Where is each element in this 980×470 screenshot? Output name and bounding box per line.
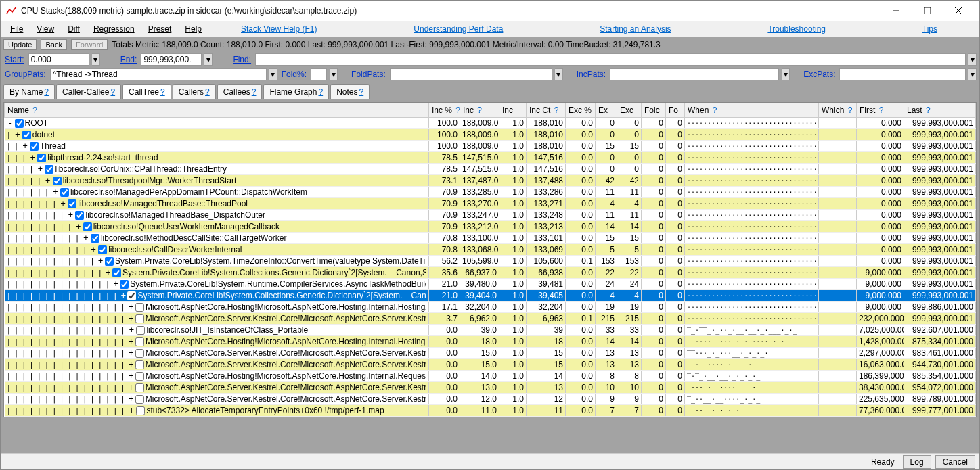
tree-expander[interactable]: +	[29, 153, 36, 162]
start-dropdown[interactable]: ▾	[92, 53, 100, 66]
excpats-input[interactable]	[839, 68, 966, 80]
tree-row[interactable]: | | +Thread100.0188,009.01.0188,0100.015…	[5, 141, 976, 152]
col-ex[interactable]: Ex	[596, 103, 617, 118]
find-dropdown[interactable]: ▾	[968, 53, 977, 66]
col-first[interactable]: First ?	[857, 103, 904, 118]
tree-checkbox[interactable]	[75, 211, 84, 220]
tree-expander[interactable]: +	[128, 360, 133, 369]
tab-notes[interactable]: Notes?	[330, 84, 370, 99]
grouppats-dropdown[interactable]: ▾	[269, 68, 277, 80]
col-inc2[interactable]: Inc	[499, 103, 527, 118]
tab-callers[interactable]: Callers?	[173, 84, 216, 99]
start-input[interactable]	[28, 53, 89, 66]
find-input[interactable]	[255, 53, 966, 66]
tree-row[interactable]: | +dotnet100.0188,009.01.0188,0100.00000…	[5, 129, 976, 141]
tree-expander[interactable]: +	[128, 371, 133, 381]
tree-expander[interactable]: +	[45, 176, 51, 185]
tree-checkbox[interactable]	[22, 131, 31, 139]
tree-expander[interactable]: +	[37, 164, 43, 174]
tree-checkbox[interactable]	[135, 337, 144, 346]
tree-checkbox[interactable]	[135, 395, 144, 404]
tree-checkbox[interactable]	[83, 222, 92, 231]
tree-expander[interactable]: +	[67, 210, 74, 220]
end-dropdown[interactable]: ▾	[204, 53, 213, 66]
tree-expander[interactable]: +	[128, 325, 135, 335]
tree-expander[interactable]: +	[97, 256, 104, 266]
tree-expander[interactable]: +	[75, 222, 82, 231]
tree-row[interactable]: | | | | | | | | | | | | | | | | +Microso…	[5, 371, 976, 382]
tree-checkbox[interactable]	[53, 177, 62, 185]
tree-row[interactable]: | | | | | | | | | | | | | | | | +libcore…	[5, 325, 976, 336]
tree-checkbox[interactable]	[68, 199, 76, 208]
tab-flame-graph[interactable]: Flame Graph?	[263, 84, 329, 99]
tree-expander[interactable]: +	[60, 199, 66, 208]
tree-row[interactable]: | | | | | | | | +libcoreclr.so!ManagedTh…	[5, 210, 976, 221]
col-inc-ct[interactable]: Inc Ct ?	[527, 103, 566, 118]
tree-checkbox[interactable]	[60, 188, 69, 197]
tree-checkbox[interactable]	[120, 280, 129, 289]
col-when[interactable]: When ?	[685, 103, 819, 118]
calltree-grid[interactable]: Name ? Inc % ? Inc ? Inc Inc Ct ? Exc % …	[3, 102, 977, 417]
tab-caller-callee[interactable]: Caller-Callee?	[56, 84, 121, 99]
close-button[interactable]	[943, 1, 974, 21]
fold-input[interactable]	[311, 68, 327, 80]
tree-row[interactable]: | | | | | | | | | | | | | | | | +Microso…	[5, 348, 976, 359]
update-button[interactable]: Update	[3, 39, 37, 50]
tree-checkbox[interactable]	[135, 303, 144, 312]
tree-row[interactable]: | | | | | | | | | | | | | | | | +stub<73…	[5, 405, 976, 417]
end-input[interactable]	[141, 53, 202, 66]
link-troubleshooting[interactable]: Troubleshooting	[759, 23, 834, 35]
tree-expander[interactable]: +	[120, 291, 126, 300]
tab-callees[interactable]: Callees?	[217, 84, 263, 99]
tree-row[interactable]: | | | | | | +libcoreclr.so!ManagedPerApp…	[5, 187, 976, 198]
tree-checkbox[interactable]	[127, 291, 136, 300]
col-inc-pct[interactable]: Inc % ?	[429, 103, 460, 118]
tree-row[interactable]: | | | | | | | | | | | | | | | +System.Pr…	[5, 290, 976, 302]
tree-row[interactable]: | | | +libpthread-2.24.so!start_thread78…	[5, 152, 976, 164]
tree-checkbox[interactable]	[15, 119, 24, 128]
tree-expander[interactable]: +	[128, 302, 134, 312]
tree-checkbox[interactable]	[30, 142, 39, 151]
tree-expander[interactable]: +	[90, 245, 97, 254]
foldpats-dropdown[interactable]: ▾	[555, 68, 563, 80]
tree-expander[interactable]: +	[128, 314, 133, 323]
tree-row[interactable]: | | | | | | | | | | | | | | | | +Microso…	[5, 336, 976, 348]
tree-checkbox[interactable]	[135, 349, 144, 358]
tree-checkbox[interactable]	[98, 245, 107, 254]
foldpats-input[interactable]	[390, 68, 552, 80]
tree-row[interactable]: | | | | | | | | | | | | | | | | +Microso…	[5, 302, 976, 313]
col-last[interactable]: Last ?	[904, 103, 976, 118]
col-exc[interactable]: Exc	[617, 103, 642, 118]
col-which[interactable]: Which ?	[819, 103, 857, 118]
tree-row[interactable]: | | | | | | | | | | | | | +System.Privat…	[5, 267, 976, 279]
tree-row[interactable]: | | | | +libcoreclr.so!CorUnix::CPalThre…	[5, 164, 976, 175]
link-understanding-perf[interactable]: Understanding Perf Data	[405, 23, 511, 35]
back-button[interactable]: Back	[41, 39, 66, 50]
incpats-input[interactable]	[610, 68, 779, 80]
col-fo[interactable]: Fo	[666, 103, 685, 118]
tree-row[interactable]: | | | | | | | | | | +libcoreclr.so!Metho…	[5, 233, 976, 244]
link-tips[interactable]: Tips	[914, 23, 945, 35]
tree-expander[interactable]: +	[128, 394, 133, 404]
tree-expander[interactable]: +	[113, 279, 118, 289]
tree-checkbox[interactable]	[135, 372, 144, 381]
cancel-button[interactable]: Cancel	[935, 455, 975, 469]
tree-row[interactable]: | | | | | | | | | +libcoreclr.so!QueueUs…	[5, 221, 976, 233]
incpats-dropdown[interactable]: ▾	[782, 68, 790, 80]
tree-row[interactable]: | | | | | | | | | | | +libcoreclr.so!Cal…	[5, 244, 976, 256]
col-exc-pct[interactable]: Exc %	[566, 103, 596, 118]
log-button[interactable]: Log	[903, 455, 931, 469]
tree-checkbox[interactable]	[135, 360, 144, 369]
tree-checkbox[interactable]	[105, 257, 114, 266]
tree-row[interactable]: | | | | | | | | | | | | | | | | +Microso…	[5, 359, 976, 371]
tree-expander[interactable]: +	[14, 130, 21, 139]
maximize-button[interactable]	[912, 1, 943, 21]
minimize-button[interactable]	[881, 1, 912, 21]
tree-row[interactable]: | | | | | | | +libcoreclr.so!ManagedThre…	[5, 198, 976, 210]
col-inc[interactable]: Inc ?	[460, 103, 499, 118]
tab-by-name[interactable]: By Name?	[3, 84, 55, 99]
link-stackview-help[interactable]: Stack View Help (F1)	[233, 23, 325, 35]
tree-expander[interactable]: -	[7, 118, 14, 128]
tree-checkbox[interactable]	[37, 154, 46, 162]
tree-row[interactable]: -ROOT100.0188,009.01.0188,0100.00000····…	[5, 118, 976, 129]
